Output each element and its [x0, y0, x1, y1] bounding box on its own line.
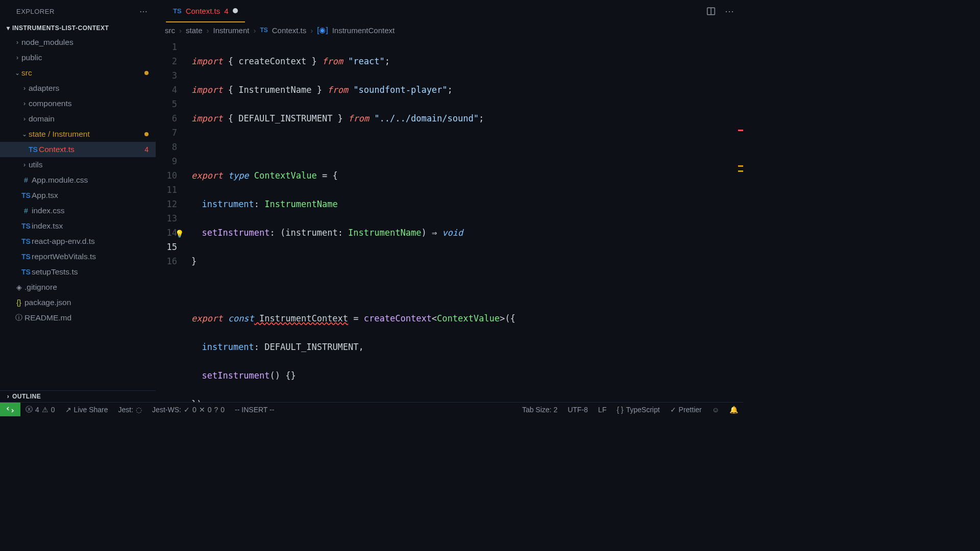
line-gutter: 1 2 3 4 5 6 7 8 9 10 11 12 13 💡14 15 16: [156, 40, 191, 402]
chevron-right-icon: ›: [13, 39, 21, 46]
outline-section-header[interactable]: › OUTLINE: [0, 390, 156, 402]
error-icon: ⓧ: [26, 405, 33, 414]
remote-indicator[interactable]: [0, 403, 20, 417]
breadcrumb-segment[interactable]: src: [165, 26, 175, 35]
chevron-right-icon: ›: [310, 26, 313, 35]
language-mode-selector[interactable]: { }TypeScript: [611, 403, 665, 416]
braces-icon: {}: [13, 298, 24, 307]
chevron-right-icon: ›: [20, 100, 29, 107]
outline-title: OUTLINE: [12, 393, 41, 400]
chevron-right-icon: ›: [207, 26, 209, 35]
jest-ws-status[interactable]: Jest-WS: ✓0 ✕0 ?0: [147, 403, 230, 416]
tree-folder-public[interactable]: ›public: [0, 50, 156, 65]
tree-folder-state-instrument[interactable]: ⌄state / Instrument: [0, 127, 156, 142]
tabs-row: TS Context.ts 4 ⋯: [156, 0, 743, 22]
git-icon: ◈: [13, 283, 24, 291]
more-actions-icon[interactable]: ⋯: [725, 6, 735, 17]
status-bar: ⓧ4 ⚠0 ↗Live Share Jest:◌ Jest-WS: ✓0 ✕0 …: [0, 402, 743, 416]
lightbulb-icon[interactable]: 💡: [175, 227, 184, 241]
split-editor-icon[interactable]: [706, 7, 716, 16]
code-content[interactable]: import { createContext } from "react"; i…: [191, 40, 743, 402]
workspace-section-header[interactable]: ▾ INSTRUMENTS-LIST-CONTEXT: [0, 22, 156, 34]
vim-mode-indicator: -- INSERT --: [230, 403, 279, 416]
ts-file-icon: TS: [20, 268, 32, 276]
chevron-right-icon: ›: [20, 161, 29, 168]
check-icon: ✓: [670, 406, 676, 414]
jest-status[interactable]: Jest:◌: [113, 403, 148, 416]
tree-file-context-ts[interactable]: TSContext.ts4: [0, 142, 156, 157]
chevron-right-icon: ›: [253, 26, 256, 35]
ellipsis-icon[interactable]: ⋯: [139, 7, 149, 16]
spinner-icon: ◌: [136, 406, 142, 414]
braces-icon: { }: [617, 406, 623, 414]
check-icon: ✓: [184, 406, 190, 414]
tree-file-setup-tests[interactable]: TSsetupTests.ts: [0, 264, 156, 280]
problems-indicator[interactable]: ⓧ4 ⚠0: [20, 403, 60, 416]
chevron-down-icon: ▾: [4, 24, 12, 32]
modified-dot-icon: [144, 71, 149, 75]
tree-file-app-module-css[interactable]: #App.module.css: [0, 172, 156, 188]
tree-file-gitignore[interactable]: ◈.gitignore: [0, 280, 156, 295]
chevron-down-icon: ⌄: [20, 131, 29, 138]
chevron-right-icon: ›: [20, 115, 29, 122]
tab-size-selector[interactable]: Tab Size: 2: [517, 403, 562, 416]
ts-file-icon: TS: [173, 7, 182, 15]
chevron-right-icon: ›: [179, 26, 182, 35]
breadcrumb-symbol[interactable]: InstrumentContext: [332, 26, 395, 35]
modified-dot-icon: [144, 132, 149, 136]
tree-file-index-tsx[interactable]: TSindex.tsx: [0, 218, 156, 234]
x-icon: ✕: [199, 406, 205, 414]
feedback-icon[interactable]: ☺: [707, 403, 724, 416]
ts-file-icon: TS: [20, 237, 32, 245]
code-editor[interactable]: 1 2 3 4 5 6 7 8 9 10 11 12 13 💡14 15 16 …: [156, 38, 743, 402]
error-count-badge: 4: [144, 145, 149, 154]
chevron-right-icon: ›: [4, 393, 12, 400]
eol-selector[interactable]: LF: [593, 403, 611, 416]
overview-ruler[interactable]: [737, 38, 743, 402]
unsaved-dot-icon: [233, 8, 238, 13]
tree-file-index-css[interactable]: #index.css: [0, 203, 156, 218]
broadcast-icon: ↗: [65, 406, 71, 414]
breadcrumb[interactable]: src› state› Instrument› TS Context.ts› […: [156, 22, 743, 38]
ts-file-icon: TS: [20, 253, 32, 261]
live-share-button[interactable]: ↗Live Share: [60, 403, 113, 416]
tree-file-package-json[interactable]: {}package.json: [0, 295, 156, 310]
tree-folder-utils[interactable]: ›utils: [0, 157, 156, 172]
ts-file-icon: TS: [20, 222, 32, 230]
variable-symbol-icon: [◉]: [317, 26, 328, 35]
tab-filename: Context.ts: [186, 7, 220, 15]
tree-folder-components[interactable]: ›components: [0, 96, 156, 111]
breadcrumb-segment[interactable]: state: [186, 26, 203, 35]
warning-icon: ⚠: [42, 406, 48, 414]
tab-context-ts[interactable]: TS Context.ts 4: [166, 0, 245, 22]
tree-folder-node-modules[interactable]: ›node_modules: [0, 35, 156, 50]
chevron-right-icon: ›: [20, 85, 29, 92]
question-icon: ?: [214, 406, 218, 414]
ts-file-icon: TS: [20, 191, 32, 199]
tree-folder-domain[interactable]: ›domain: [0, 111, 156, 127]
workspace-name: INSTRUMENTS-LIST-CONTEXT: [12, 24, 109, 32]
tab-error-count: 4: [224, 7, 228, 15]
tree-folder-src[interactable]: ⌄src: [0, 65, 156, 81]
ts-file-icon: TS: [28, 145, 39, 154]
tree-file-readme[interactable]: ⓘREADME.md: [0, 310, 156, 325]
explorer-sidebar: EXPLORER ⋯ ▾ INSTRUMENTS-LIST-CONTEXT ›n…: [0, 0, 156, 402]
breadcrumb-segment[interactable]: Context.ts: [272, 26, 307, 35]
file-tree: ›node_modules ›public ⌄src ›adapters ›co…: [0, 34, 156, 390]
chevron-down-icon: ⌄: [13, 69, 21, 77]
hash-icon: #: [20, 176, 32, 184]
chevron-right-icon: ›: [13, 54, 21, 61]
breadcrumb-segment[interactable]: Instrument: [213, 26, 250, 35]
tree-file-app-tsx[interactable]: TSApp.tsx: [0, 188, 156, 203]
encoding-selector[interactable]: UTF-8: [562, 403, 593, 416]
explorer-title: EXPLORER: [16, 8, 55, 15]
hash-icon: #: [20, 207, 32, 215]
prettier-status[interactable]: ✓Prettier: [665, 403, 707, 416]
ts-file-icon: TS: [260, 27, 267, 34]
notifications-icon[interactable]: 🔔: [724, 403, 743, 416]
tree-file-report-web-vitals[interactable]: TSreportWebVitals.ts: [0, 249, 156, 264]
editor-column: TS Context.ts 4 ⋯ src› state› Instrument…: [156, 0, 743, 402]
info-icon: ⓘ: [13, 313, 24, 322]
tree-file-react-app-env[interactable]: TSreact-app-env.d.ts: [0, 234, 156, 249]
tree-folder-adapters[interactable]: ›adapters: [0, 81, 156, 96]
